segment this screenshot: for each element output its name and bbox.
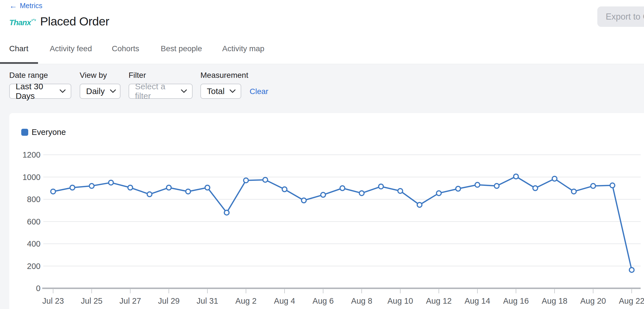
data-point[interactable] <box>610 183 615 188</box>
line-chart: 020040060080010001200Jul 23Jul 25Jul 27J… <box>9 113 644 309</box>
data-point[interactable] <box>321 193 326 197</box>
chevron-down-icon <box>229 89 236 93</box>
svg-text:Aug 12: Aug 12 <box>426 296 452 305</box>
data-point[interactable] <box>70 185 75 190</box>
data-point[interactable] <box>398 189 403 193</box>
svg-text:Aug 4: Aug 4 <box>274 296 295 305</box>
svg-text:Aug 22: Aug 22 <box>619 296 644 305</box>
date-range-select[interactable]: Last 30 Days <box>9 84 71 99</box>
svg-text:Jul 31: Jul 31 <box>196 296 218 305</box>
svg-text:0: 0 <box>36 284 41 293</box>
filter-select[interactable]: Select a filter <box>129 84 193 99</box>
chevron-down-icon <box>181 89 187 93</box>
data-point[interactable] <box>302 198 306 203</box>
back-link-label: Metrics <box>20 2 42 10</box>
data-point[interactable] <box>244 178 248 183</box>
svg-text:Jul 23: Jul 23 <box>42 296 64 305</box>
page-title: Placed Order <box>40 15 109 28</box>
svg-text:Aug 20: Aug 20 <box>580 296 606 305</box>
logo-sparkles-icon: ˣ˟ˣ <box>31 18 36 23</box>
date-range-value: Last 30 Days <box>16 82 55 101</box>
data-point[interactable] <box>128 185 133 190</box>
data-point[interactable] <box>552 176 557 181</box>
svg-text:Jul 25: Jul 25 <box>81 296 102 305</box>
export-button[interactable]: Export to CSV <box>597 6 644 27</box>
clear-filters-link[interactable]: Clear <box>250 87 268 96</box>
view-by-value: Daily <box>86 86 105 96</box>
data-point[interactable] <box>437 191 441 196</box>
svg-text:800: 800 <box>27 195 41 204</box>
chart-card: Everyone 020040060080010001200Jul 23Jul … <box>9 113 644 309</box>
tab-chart[interactable]: Chart <box>9 44 28 53</box>
data-point[interactable] <box>379 184 383 189</box>
data-point[interactable] <box>263 177 268 182</box>
svg-text:400: 400 <box>27 239 41 248</box>
measurement-label: Measurement <box>200 71 248 80</box>
data-point[interactable] <box>167 185 171 190</box>
data-point[interactable] <box>417 202 422 207</box>
data-point[interactable] <box>494 184 499 188</box>
back-to-metrics-link[interactable]: ← Metrics <box>9 2 42 10</box>
title-row: Thanxˣ˟ˣ Placed Order <box>9 15 109 28</box>
svg-text:Aug 16: Aug 16 <box>503 296 529 305</box>
svg-text:Aug 18: Aug 18 <box>542 296 567 305</box>
data-point[interactable] <box>109 180 113 185</box>
svg-text:Jul 27: Jul 27 <box>119 296 141 305</box>
data-point[interactable] <box>475 182 480 187</box>
svg-text:200: 200 <box>27 262 41 271</box>
filter-placeholder: Select a filter <box>135 82 176 101</box>
svg-text:1000: 1000 <box>22 173 41 182</box>
date-range-label: Date range <box>9 71 48 80</box>
tab-activity-feed[interactable]: Activity feed <box>50 44 92 53</box>
svg-text:600: 600 <box>27 217 41 226</box>
data-point[interactable] <box>456 186 461 191</box>
data-point[interactable] <box>514 174 518 179</box>
data-point[interactable] <box>533 186 538 191</box>
data-point[interactable] <box>51 189 56 194</box>
filter-label: Filter <box>129 71 146 80</box>
data-point[interactable] <box>205 185 210 190</box>
tab-activity-map[interactable]: Activity map <box>222 44 264 53</box>
svg-text:Aug 10: Aug 10 <box>387 296 413 305</box>
measurement-value: Total <box>207 86 224 96</box>
chevron-down-icon <box>60 89 66 93</box>
back-arrow-icon: ← <box>9 2 17 10</box>
view-by-label: View by <box>80 71 107 80</box>
view-by-select[interactable]: Daily <box>80 84 120 99</box>
data-point[interactable] <box>572 189 576 194</box>
data-point[interactable] <box>224 210 229 215</box>
svg-text:Aug 6: Aug 6 <box>312 296 334 305</box>
svg-text:Aug 8: Aug 8 <box>351 296 372 305</box>
data-point[interactable] <box>340 186 345 191</box>
metrics-detail-page: ← Metrics Thanxˣ˟ˣ Placed Order Export t… <box>0 0 644 309</box>
tab-best-people[interactable]: Best people <box>161 44 202 53</box>
thanx-logo: Thanxˣ˟ˣ <box>9 18 35 27</box>
data-point[interactable] <box>89 184 94 188</box>
data-point[interactable] <box>629 268 634 272</box>
svg-text:1200: 1200 <box>22 150 41 159</box>
svg-text:Jul 29: Jul 29 <box>158 296 179 305</box>
data-point[interactable] <box>282 187 287 192</box>
chevron-down-icon <box>110 89 116 93</box>
data-point[interactable] <box>186 189 191 194</box>
data-point[interactable] <box>359 191 364 196</box>
svg-text:Aug 2: Aug 2 <box>235 296 257 305</box>
data-point[interactable] <box>591 184 596 188</box>
data-point[interactable] <box>147 192 152 197</box>
measurement-select[interactable]: Total <box>200 84 241 99</box>
svg-text:Aug 14: Aug 14 <box>465 296 490 305</box>
tab-cohorts[interactable]: Cohorts <box>112 44 139 53</box>
tab-bar: Chart Activity feed Cohorts Best people … <box>0 44 644 64</box>
content-area: Date range View by Filter Measurement La… <box>0 64 644 309</box>
